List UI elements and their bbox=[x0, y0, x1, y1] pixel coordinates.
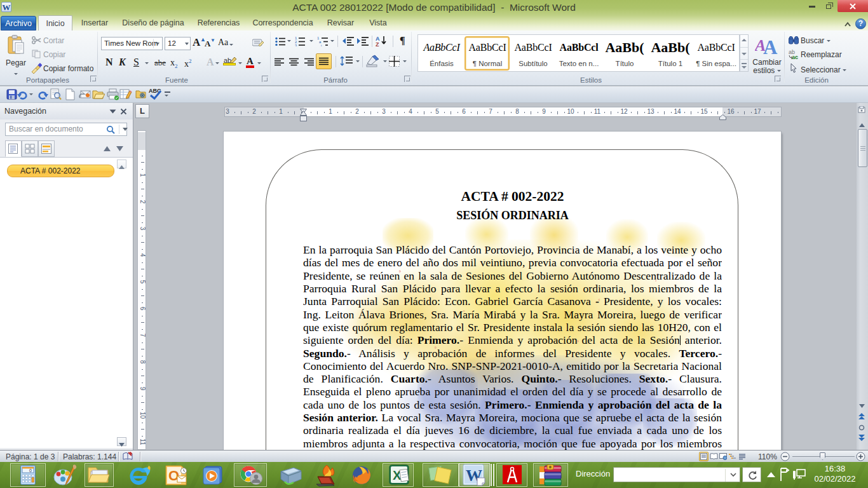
svg-text:0: 0 bbox=[29, 468, 32, 473]
svg-text:i: i bbox=[321, 44, 322, 46]
svg-text:Z: Z bbox=[376, 41, 379, 47]
svg-text:A: A bbox=[763, 36, 778, 55]
svg-text:ac: ac bbox=[792, 54, 798, 60]
svg-text:3: 3 bbox=[295, 44, 297, 46]
